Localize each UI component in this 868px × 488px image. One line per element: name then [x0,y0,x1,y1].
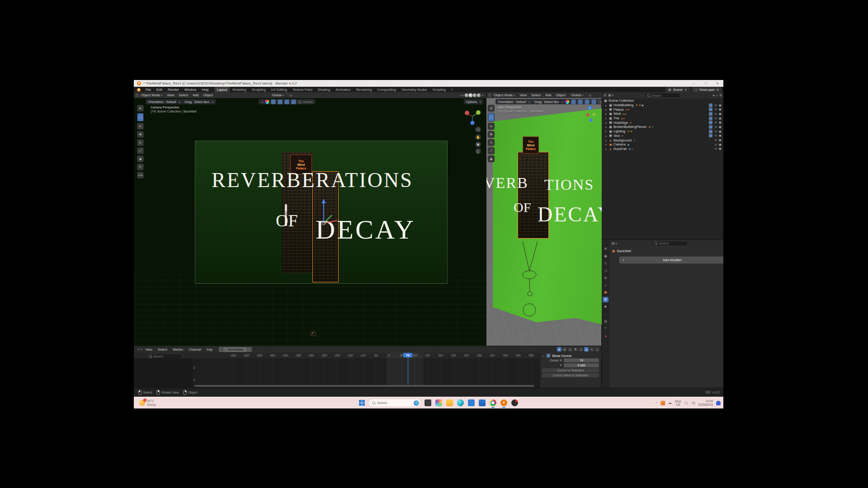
viewport-menu-object[interactable]: Object [554,93,568,97]
notification-bell-icon[interactable] [716,401,721,405]
keying-icon[interactable]: ◇ [595,347,599,352]
pivot-icon[interactable]: ⌖ [590,347,594,352]
hide-eye-icon[interactable]: ⊙ [714,103,717,107]
menu-help[interactable]: Help [199,88,211,92]
expand-arrow-icon[interactable]: ▸ [605,121,609,124]
disable-render-camera-icon[interactable]: ▣ [719,121,722,124]
tweak-tool[interactable]: ➤ [137,105,144,112]
disable-render-camera-icon[interactable]: ▣ [719,117,722,120]
item-label[interactable]: HotelBuilding [613,103,633,107]
network-icon[interactable]: ▢ [684,401,688,405]
disable-render-camera-icon[interactable]: ▣ [719,103,722,107]
zoom-icon[interactable] [475,127,481,132]
pan-hand-icon[interactable]: ✋ [475,134,481,140]
item-label[interactable]: Text [613,134,620,138]
orientation-pill[interactable]: Orientation:Default▾Drag:Select Box▾ [146,99,216,104]
properties-editor-icon[interactable]: ▤▾ [612,242,617,245]
tab-uv-editing[interactable]: UV Editing [269,87,290,92]
hide-eye-icon[interactable]: ⊙ [714,112,717,116]
properties-search-input[interactable] [659,242,686,245]
chevron-down-icon[interactable]: ▾ [482,94,483,97]
tab-sculpting[interactable]: Sculpting [249,87,269,92]
transform-tool[interactable]: ◉ [488,155,495,162]
snap-magnet-icon[interactable]: ⌒ [585,93,589,98]
menu-render[interactable]: Render [165,88,182,92]
clock[interactable]: 14:042025/02/10 [698,399,713,407]
taskbar-app-photos[interactable] [435,399,442,406]
disable-render-camera-icon[interactable]: ▣ [719,125,722,129]
drag-value[interactable]: Select Box [544,100,559,103]
taskbar-search[interactable]: Search [368,399,421,407]
item-label[interactable]: Background [613,138,632,142]
exclude-checkbox[interactable]: ✓ [709,112,712,116]
move-tool[interactable]: ✥ [488,131,495,138]
item-label[interactable]: Camera [613,142,626,146]
item-label[interactable]: Lighting [613,129,625,133]
expand-arrow-icon[interactable]: ▸ [605,130,609,133]
shading-rendered-icon[interactable] [477,94,481,97]
viewport-camera[interactable]: ◫Object Mode▾ViewSelectAddObjectGlobal▾⌒… [134,92,486,346]
viewport-menu-add[interactable]: Add [543,93,553,97]
snap-icon[interactable]: ∪ [462,94,464,97]
exclude-checkbox[interactable]: ✓ [709,121,712,124]
graph-ruler[interactable]: -600-550-500-450-400-350-300-250-200-150… [134,352,601,358]
close-button[interactable]: ✕ [712,80,723,87]
graph-editor-icon[interactable]: ∿▾ [137,347,142,351]
exclude-checkbox[interactable]: ✓ [709,117,712,120]
orientation-global-dropdown[interactable]: Global▾ [569,93,585,97]
tray-app-icon[interactable] [660,401,665,405]
outliner-editor-icon[interactable]: ☰ [604,94,606,97]
expand-arrow-icon[interactable]: ▸ [605,108,609,111]
taskbar-app-file-explorer[interactable] [446,399,453,406]
title-bar[interactable]: * TheMindPalace_Rev2 [C:\Users\230310\De… [134,80,723,87]
expand-arrow-icon[interactable]: ▸ [605,112,609,115]
properties-tab-material[interactable]: ● [603,333,609,338]
tab-compositing[interactable]: Compositing [374,87,399,92]
outliner-row-the[interactable]: ▸▦Theaa✓⊙▣ [602,116,723,121]
horizontal-scrollbar[interactable] [194,385,534,387]
axis-navigator-gizmo-right[interactable] [585,111,597,123]
gizmo-toggle-icon[interactable] [278,99,283,104]
snap-magnet-icon[interactable]: ⌒ [286,93,289,98]
exclude-checkbox[interactable]: ✓ [709,103,712,107]
disable-render-camera-icon[interactable]: ▣ [719,130,722,133]
hide-eye-icon[interactable]: ⊙ [714,138,717,142]
properties-search[interactable] [652,241,688,246]
display-mode-icon[interactable]: ▦▾ [608,94,613,97]
menu-window[interactable]: Window [182,88,199,92]
outliner-row-text[interactable]: ▸▦Texta✓⊙▣ [602,134,723,138]
tab-texture-paint[interactable]: Texture Paint [290,87,315,92]
cursor-tool[interactable]: ✛ [137,123,144,130]
cursor-value-to-selection-button[interactable]: Cursor Value to Selection [542,373,599,377]
options-pill[interactable]: Options▾ [464,99,483,104]
viewport-user[interactable]: The Mind Palace VERB TIONS OF DECAY ◫Obj… [486,92,602,346]
gizmo-toggle-icon[interactable] [291,99,296,104]
editor-type-icon[interactable]: ◫ [488,94,491,97]
item-label[interactable]: Mind [613,112,621,116]
properties-tab-render[interactable]: ▣ [603,253,609,259]
search-placeholder[interactable]: Search [303,100,313,103]
annotate-tool[interactable]: ✎ [137,164,144,170]
properties-tab-output[interactable]: ⎙ [603,261,609,266]
properties-tab-physics[interactable]: ◌ [603,311,609,317]
cursor-y-field[interactable]: 0.000 [564,363,599,367]
item-label[interactable]: HotelSign [613,121,628,125]
shading-solid-icon[interactable] [469,94,472,97]
outliner-row-mind[interactable]: ▸▦Mindaa✓⊙▣ [602,112,723,116]
properties-tab-view-layer[interactable]: ❏ [603,268,609,273]
hide-eye-icon[interactable]: ⊙ [714,143,717,146]
exclude-checkbox[interactable]: ✓ [709,130,712,133]
viewport-menu-view[interactable]: View [165,93,176,97]
chevron-down-icon[interactable]: ▾ [562,100,563,103]
outliner-row-hotelsign[interactable]: ▸▦HotelSigna✓⊙▣ [602,120,723,125]
orientation-value[interactable]: Default [516,100,526,103]
channel-search-input[interactable] [153,355,180,358]
expand-arrow-icon[interactable]: ▸ [605,147,609,150]
gizmo-toggle-icon[interactable] [571,99,576,104]
expand-arrow-icon[interactable]: ▸ [605,139,609,142]
exclude-checkbox[interactable]: ✓ [709,108,712,111]
scale-tool[interactable]: ⤢ [488,147,495,154]
select-cursor-icon[interactable]: ➤ [557,347,561,352]
item-label[interactable]: Palace [613,108,624,112]
disable-render-camera-icon[interactable]: ▣ [719,147,722,150]
